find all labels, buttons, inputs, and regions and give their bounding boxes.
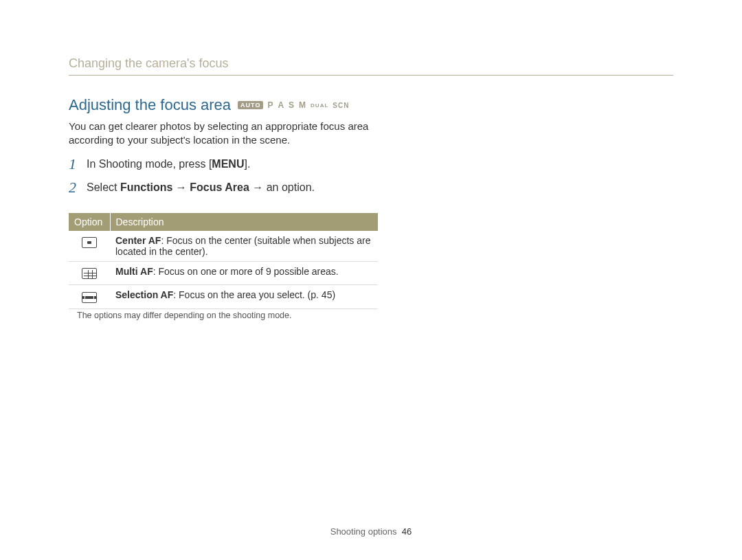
step-bold: MENU bbox=[212, 158, 244, 170]
footer-section: Shooting options bbox=[330, 526, 397, 537]
table-header-description: Description bbox=[110, 213, 378, 231]
mode-auto-icon: AUTO bbox=[238, 101, 263, 109]
mode-dual-icon: DUAL bbox=[311, 102, 328, 109]
mode-icon-group: AUTO P A S M DUAL SCN bbox=[238, 100, 349, 110]
table-row: Selection AF: Focus on the area you sele… bbox=[69, 285, 378, 309]
step-bold2: Focus Area bbox=[190, 181, 249, 193]
option-name: Multi AF bbox=[115, 266, 153, 277]
table-header-row: Option Description bbox=[69, 213, 378, 231]
section-title: Adjusting the focus area bbox=[69, 96, 231, 114]
mode-scn-icon: SCN bbox=[333, 102, 349, 109]
table-row: Multi AF: Focus on one or more of 9 poss… bbox=[69, 262, 378, 285]
table-row: Center AF: Focus on the center (suitable… bbox=[69, 231, 378, 262]
section-title-row: Adjusting the focus area AUTO P A S M DU… bbox=[69, 96, 349, 114]
option-desc: : Focus on the area you select. (p. 45) bbox=[173, 289, 335, 300]
option-desc: : Focus on one or more of 9 possible are… bbox=[153, 266, 339, 277]
option-desc-cell: Selection AF: Focus on the area you sele… bbox=[110, 285, 378, 309]
option-icon-cell bbox=[69, 285, 110, 309]
mode-a-icon: A bbox=[278, 100, 284, 110]
page-footer: Shooting options 46 bbox=[0, 526, 742, 537]
step-2: 2 Select Functions → Focus Area → an opt… bbox=[69, 179, 315, 197]
option-name: Selection AF bbox=[115, 289, 173, 300]
option-name: Center AF bbox=[115, 235, 161, 246]
mode-p-icon: P bbox=[267, 100, 273, 110]
step-suffix: ]. bbox=[244, 158, 250, 170]
option-icon-cell bbox=[69, 262, 110, 285]
arrow-icon: → bbox=[249, 181, 267, 193]
table-note: The options may differ depending on the … bbox=[77, 311, 291, 320]
section-intro: You can get clearer photos by selecting … bbox=[69, 120, 385, 148]
option-icon-cell bbox=[69, 231, 110, 262]
arrow-icon: → bbox=[172, 181, 190, 193]
step-prefix: In Shooting mode, press [ bbox=[87, 158, 212, 170]
step-text: In Shooting mode, press [MENU]. bbox=[87, 155, 315, 173]
center-af-icon bbox=[82, 237, 97, 248]
step-number: 1 bbox=[69, 155, 80, 173]
breadcrumb-header: Changing the camera's focus bbox=[69, 56, 673, 76]
option-desc-cell: Center AF: Focus on the center (suitable… bbox=[110, 231, 378, 262]
breadcrumb-text: Changing the camera's focus bbox=[69, 56, 229, 70]
step-bold: Functions bbox=[120, 181, 172, 193]
mode-m-icon: M bbox=[299, 100, 306, 110]
multi-af-icon bbox=[82, 268, 97, 279]
table-header-option: Option bbox=[69, 213, 110, 231]
footer-page-number: 46 bbox=[402, 526, 412, 537]
step-prefix: Select bbox=[87, 181, 120, 193]
focus-area-options-table: Option Description Center AF: Focus on t… bbox=[69, 213, 378, 309]
selection-af-icon bbox=[82, 292, 97, 303]
option-desc-cell: Multi AF: Focus on one or more of 9 poss… bbox=[110, 262, 378, 285]
steps-list: 1 In Shooting mode, press [MENU]. 2 Sele… bbox=[69, 153, 315, 202]
mode-s-icon: S bbox=[289, 100, 295, 110]
step-1: 1 In Shooting mode, press [MENU]. bbox=[69, 155, 315, 173]
step-number: 2 bbox=[69, 179, 80, 197]
step-suffix: an option. bbox=[267, 181, 315, 193]
step-text: Select Functions → Focus Area → an optio… bbox=[87, 179, 315, 197]
